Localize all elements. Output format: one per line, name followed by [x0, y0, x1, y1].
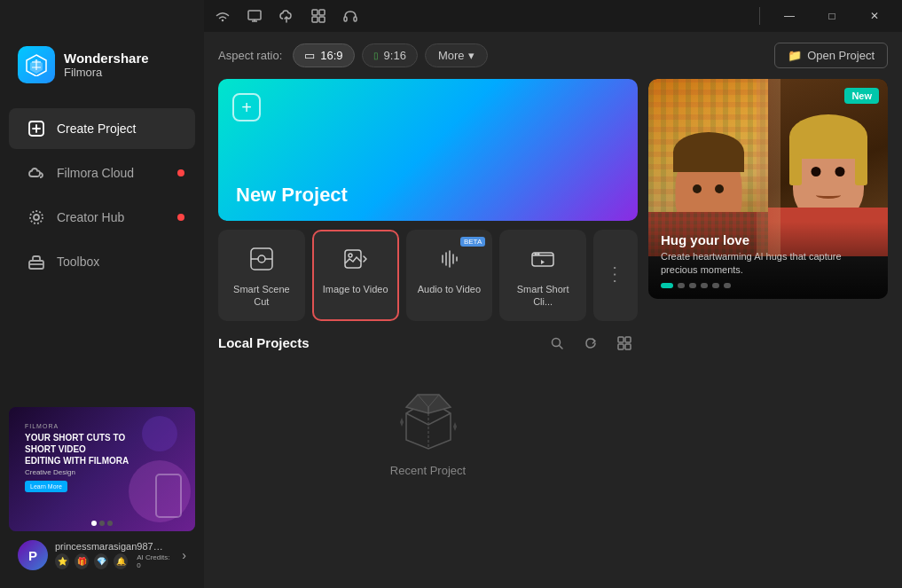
sidebar-item-create-project[interactable]: Create Project [9, 108, 195, 149]
sidebar-bottom: Filmora YOUR SHORT CUTS TOSHORT VIDEOEDI… [0, 398, 204, 588]
apps-grid-icon[interactable] [309, 6, 328, 26]
empty-box-icon [393, 391, 464, 453]
app-name-filmora: Filmora [64, 66, 149, 79]
promo-banner[interactable]: Filmora YOUR SHORT CUTS TOSHORT VIDEOEDI… [9, 407, 195, 531]
create-project-icon [27, 119, 46, 138]
section-actions [544, 330, 638, 357]
svg-point-19 [537, 254, 539, 255]
beta-badge: BETA [460, 237, 485, 247]
close-button[interactable]: ✕ [854, 0, 895, 32]
aspect-16-9-icon: ▭ [304, 49, 315, 62]
carousel-dot-4[interactable] [701, 283, 708, 288]
more-chevron-icon: ▾ [468, 49, 475, 62]
svg-rect-0 [248, 11, 261, 20]
aspect-16-9-button[interactable]: ▭ 16:9 [293, 43, 354, 67]
smart-scene-cut-label: Smart Scene Cut [227, 283, 296, 309]
headset-icon[interactable] [341, 6, 360, 26]
creator-hub-icon [27, 208, 46, 227]
svg-rect-5 [344, 17, 347, 21]
toolbar: Aspect ratio: ▭ 16:9 ▯ 9:16 More ▾ 📁 Ope… [204, 32, 902, 79]
carousel-dot-5[interactable] [712, 283, 719, 288]
wifi-icon[interactable] [213, 6, 232, 26]
carousel-dot-6[interactable] [724, 283, 731, 288]
carousel-dot-1[interactable] [661, 283, 673, 288]
user-icon-2: 🎁 [75, 553, 89, 569]
user-email: princessmarasigan987@gm... [55, 541, 170, 552]
logo-icon [18, 46, 55, 83]
local-projects-section: Local Projects [218, 330, 638, 574]
new-project-title: New Project [236, 184, 348, 207]
content-area: + New Project Smart Scene Cut [204, 79, 902, 588]
sidebar-label-filmora-cloud: Filmora Cloud [57, 166, 134, 180]
promo-learn-more-button[interactable]: Learn More [25, 481, 67, 492]
svg-rect-21 [618, 337, 624, 342]
carousel-dot-3[interactable] [689, 283, 696, 288]
creator-hub-notification-dot [177, 214, 184, 221]
maximize-button[interactable]: □ [812, 0, 852, 32]
aspect-9-16-button[interactable]: ▯ 9:16 [362, 43, 418, 67]
feature-new-badge: New [844, 88, 879, 104]
image-to-video-label: Image to Video [323, 283, 388, 295]
right-section: New Hug your love Create heartwarming AI… [648, 79, 888, 574]
left-section: + New Project Smart Scene Cut [218, 79, 638, 574]
user-info: princessmarasigan987@gm... ⭐ 🎁 💎 🔔 AI Cr… [55, 541, 175, 569]
user-avatar: P [18, 540, 48, 570]
empty-state-text: Recent Project [390, 464, 466, 477]
user-arrow-icon: › [182, 548, 186, 562]
more-label: More [438, 49, 465, 62]
carousel-dot-2[interactable] [678, 283, 685, 288]
aspect-ratio-label: Aspect ratio: [218, 49, 282, 62]
smart-short-clip-icon [526, 242, 560, 276]
local-projects-title: Local Projects [218, 335, 310, 350]
audio-to-video-icon [432, 242, 466, 276]
svg-point-18 [535, 254, 537, 255]
main-content: Aspect ratio: ▭ 16:9 ▯ 9:16 More ▾ 📁 Ope… [204, 32, 902, 588]
svg-point-16 [349, 254, 352, 257]
feature-card[interactable]: New Hug your love Create heartwarming AI… [648, 79, 888, 299]
grid-view-button[interactable] [611, 330, 638, 357]
filmora-cloud-icon [27, 163, 46, 183]
logo-text: Wondershare Filmora [64, 51, 149, 79]
svg-point-14 [258, 255, 265, 263]
user-credits-label: AI Credits: 0 [133, 553, 175, 569]
svg-point-10 [34, 215, 39, 220]
open-project-button[interactable]: 📁 Open Project [774, 43, 888, 68]
open-project-folder-icon: 📁 [788, 49, 802, 62]
sidebar-label-creator-hub: Creator Hub [57, 210, 124, 224]
minimize-button[interactable]: — [769, 0, 810, 32]
svg-rect-6 [354, 17, 357, 21]
upload-cloud-icon[interactable] [277, 6, 296, 26]
audio-to-video-card[interactable]: BETA Audio to Video [406, 230, 493, 321]
more-dots-icon: ··· [605, 265, 625, 286]
new-project-banner[interactable]: + New Project [218, 79, 638, 221]
sidebar-item-creator-hub[interactable]: Creator Hub [9, 197, 195, 238]
more-aspect-button[interactable]: More ▾ [425, 43, 488, 67]
user-profile[interactable]: P princessmarasigan987@gm... ⭐ 🎁 💎 🔔 AI … [9, 531, 195, 579]
filmora-cloud-notification-dot [177, 169, 184, 176]
more-actions-card[interactable]: ··· [593, 230, 638, 321]
svg-rect-4 [319, 17, 325, 22]
smart-scene-cut-card[interactable]: Smart Scene Cut [218, 230, 305, 321]
app-name-wondershare: Wondershare [64, 51, 149, 66]
search-projects-button[interactable] [544, 330, 570, 357]
user-icon-1: ⭐ [55, 553, 69, 569]
user-icon-4: 🔔 [114, 553, 128, 569]
user-icon-row: ⭐ 🎁 💎 🔔 AI Credits: 0 [55, 553, 175, 569]
svg-rect-1 [312, 10, 318, 15]
carousel-dots [661, 283, 875, 288]
monitor-icon[interactable] [245, 6, 264, 26]
audio-to-video-label: Audio to Video [418, 283, 481, 295]
svg-rect-22 [625, 337, 631, 342]
new-project-plus-icon: + [232, 93, 261, 122]
aspect-9-16-label: 9:16 [384, 49, 406, 62]
aspect-16-9-label: 16:9 [320, 49, 342, 62]
empty-state: Recent Project [218, 364, 638, 506]
sidebar-item-filmora-cloud[interactable]: Filmora Cloud [9, 153, 195, 193]
svg-rect-23 [618, 344, 624, 349]
image-to-video-card[interactable]: Image to Video [312, 230, 399, 321]
open-project-label: Open Project [807, 49, 875, 62]
promo-carousel-dots [91, 521, 113, 526]
smart-short-clip-card[interactable]: Smart Short Cli... [499, 230, 586, 321]
refresh-projects-button[interactable] [577, 330, 604, 357]
sidebar-item-toolbox[interactable]: Toolbox [9, 241, 195, 282]
